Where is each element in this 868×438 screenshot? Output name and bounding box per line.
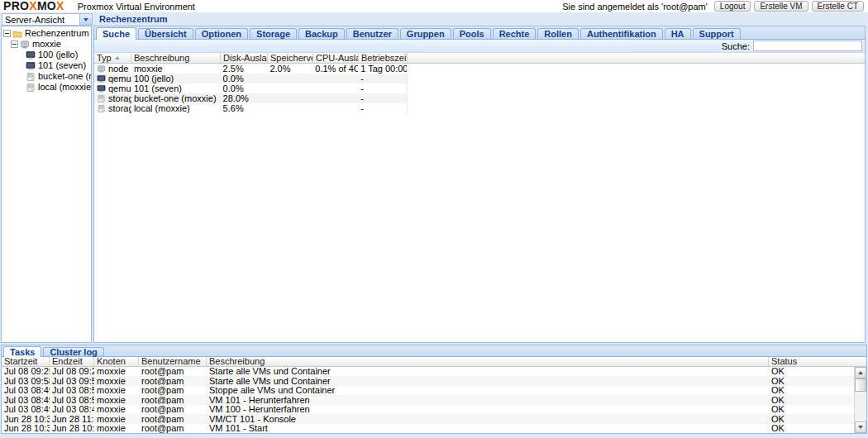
status-value: OK xyxy=(769,405,854,414)
search-toolbar: Suche: xyxy=(94,40,865,53)
datacenter-tabbar: Suche Übersicht Optionen Storage Backup … xyxy=(94,26,865,40)
vm-icon xyxy=(26,50,36,60)
tree-item-storage-bucket-one[interactable]: bucket-one (moxxie) xyxy=(2,71,91,82)
column-header-disk[interactable]: Disk-Auslastung xyxy=(221,53,268,63)
table-row[interactable]: Jun 28 10:31:26 Jun 28 11:49:26 moxxie r… xyxy=(2,415,854,425)
tab-benutzer[interactable]: Benutzer xyxy=(346,28,398,39)
tree-item-vm-101[interactable]: 101 (seven) xyxy=(2,60,91,71)
create-ct-button[interactable]: Erstelle CT xyxy=(812,1,864,12)
tab-gruppen[interactable]: Gruppen xyxy=(400,28,451,39)
search-label: Suche: xyxy=(722,41,750,51)
collapse-toggle-icon[interactable] xyxy=(11,40,18,48)
column-header-beschreibung[interactable]: Beschreibung xyxy=(131,53,221,63)
status-value: OK xyxy=(769,386,854,395)
status-value: OK xyxy=(769,396,854,405)
table-row[interactable]: Jul 03 09:58:33 Jul 03 09:58:33 moxxie r… xyxy=(2,377,854,387)
table-row[interactable]: qemu 100 (jello) 0.0% - xyxy=(94,74,407,83)
view-selector[interactable]: Server-Ansicht xyxy=(2,13,93,26)
node-icon xyxy=(20,40,30,50)
proxmox-app: PROXMOX Proxmox Virtual Environment Sie … xyxy=(0,0,868,438)
table-row[interactable]: Jul 08 09:25:12 Jul 08 09:25:12 moxxie r… xyxy=(2,367,854,377)
sort-asc-icon xyxy=(115,56,120,60)
storage-icon xyxy=(26,83,36,93)
tab-ha[interactable]: HA xyxy=(665,28,691,39)
tab-uebersicht[interactable]: Übersicht xyxy=(138,28,193,39)
vm-icon xyxy=(97,84,106,93)
tab-optionen[interactable]: Optionen xyxy=(195,28,248,39)
tab-tasks[interactable]: Tasks xyxy=(3,346,41,357)
column-header-filler xyxy=(408,53,865,63)
status-value: OK xyxy=(769,367,854,376)
folder-icon xyxy=(12,29,22,39)
table-row[interactable]: storage bucket-one (moxxie) 28.0% - xyxy=(94,93,407,103)
top-bar: PROXMOX Proxmox Virtual Environment Sie … xyxy=(0,0,868,12)
task-log-panel: Tasks Cluster log Startzeit Endzeit Knot… xyxy=(1,345,867,434)
storage-icon xyxy=(26,72,36,82)
table-row[interactable]: Jun 28 10:31:21 Jun 28 10:31:22 moxxie r… xyxy=(2,424,854,434)
datacenter-panel: Suche Übersicht Optionen Storage Backup … xyxy=(93,26,866,343)
session-area: Sie sind angemeldet als 'root@pam' Logou… xyxy=(562,1,868,12)
tab-rechte[interactable]: Rechte xyxy=(493,28,537,39)
column-header-beschreibung[interactable]: Beschreibung xyxy=(207,357,769,366)
login-status: Sie sind angemeldet als 'root@pam' xyxy=(562,2,708,12)
vertical-scrollbar[interactable] xyxy=(854,367,866,433)
tab-storage[interactable]: Storage xyxy=(250,28,297,39)
tree-item-rechenzentrum[interactable]: Rechenzentrum xyxy=(2,28,91,39)
scrollbar-thumb[interactable] xyxy=(855,378,866,392)
tree-item-vm-100[interactable]: 100 (jello) xyxy=(2,50,91,60)
vm-icon xyxy=(26,61,36,71)
page-title: Rechenzentrum xyxy=(99,14,168,24)
tab-rollen[interactable]: Rollen xyxy=(537,28,579,39)
logout-button[interactable]: Logout xyxy=(714,1,751,12)
search-input[interactable] xyxy=(753,40,862,51)
column-header-speicher[interactable]: Speicherverbrauch xyxy=(268,53,313,63)
tab-authentifikation[interactable]: Authentifikation xyxy=(580,28,663,39)
status-value: OK xyxy=(769,415,854,424)
column-header-cpu[interactable]: CPU-Auslastung xyxy=(313,53,359,63)
task-tabbar: Tasks Cluster log xyxy=(2,345,866,357)
column-header-status[interactable]: Status xyxy=(769,357,866,366)
storage-icon xyxy=(97,104,106,113)
app-title: Proxmox Virtual Environment xyxy=(78,2,195,12)
column-header-knoten[interactable]: Knoten xyxy=(94,357,139,366)
proxmox-logo: PROXMOX xyxy=(0,0,64,12)
table-row[interactable]: Jul 03 08:49:29 Jul 03 08:52:33 moxxie r… xyxy=(2,396,854,406)
create-vm-button[interactable]: Erstelle VM xyxy=(754,1,808,12)
resource-grid-header: Typ Beschreibung Disk-Auslastung Speiche… xyxy=(94,53,865,64)
column-header-typ[interactable]: Typ xyxy=(94,53,131,63)
task-grid-header: Startzeit Endzeit Knoten Benutzername Be… xyxy=(2,357,866,367)
tab-pools[interactable]: Pools xyxy=(453,28,491,39)
tab-support[interactable]: Support xyxy=(693,28,741,39)
tree-item-moxxie[interactable]: moxxie xyxy=(2,39,91,50)
resource-tree: Rechenzentrum moxxie 100 (jello) 101 (se… xyxy=(1,26,92,343)
status-value: OK xyxy=(769,377,854,386)
tab-backup[interactable]: Backup xyxy=(298,28,345,39)
column-header-betriebszeit[interactable]: Betriebszeit xyxy=(359,53,408,63)
table-row[interactable]: node moxxie 2.5% 2.0% 0.1% of 4CPUs 1 Ta… xyxy=(94,64,407,74)
tab-suche[interactable]: Suche xyxy=(96,27,136,40)
table-row[interactable]: qemu 101 (seven) 0.0% - xyxy=(94,83,407,93)
tree-item-storage-local[interactable]: local (moxxie) xyxy=(2,82,91,93)
column-header-startzeit[interactable]: Startzeit xyxy=(2,357,50,366)
status-value: OK xyxy=(769,424,854,433)
view-selector-value: Server-Ansicht xyxy=(2,14,79,25)
storage-icon xyxy=(97,94,106,103)
table-row[interactable]: Jul 03 08:49:29 Jul 03 08:49:36 moxxie r… xyxy=(2,405,854,415)
chevron-down-icon[interactable] xyxy=(79,14,92,25)
table-row[interactable]: storage local (moxxie) 5.6% - xyxy=(94,103,407,113)
table-row[interactable]: Jul 03 08:49:29 Jul 03 08:52:33 moxxie r… xyxy=(2,386,854,396)
tab-cluster-log[interactable]: Cluster log xyxy=(43,347,103,356)
scroll-up-icon[interactable] xyxy=(855,367,866,378)
vm-icon xyxy=(97,74,106,83)
node-icon xyxy=(97,64,106,74)
task-grid-body: Jul 08 09:25:12 Jul 08 09:25:12 moxxie r… xyxy=(2,367,854,434)
resource-grid-body: node moxxie 2.5% 2.0% 0.1% of 4CPUs 1 Ta… xyxy=(94,64,408,113)
column-header-endzeit[interactable]: Endzeit xyxy=(50,357,94,366)
column-header-benutzername[interactable]: Benutzername xyxy=(139,357,207,366)
collapse-toggle-icon[interactable] xyxy=(3,30,11,37)
scroll-down-icon[interactable] xyxy=(855,421,866,433)
